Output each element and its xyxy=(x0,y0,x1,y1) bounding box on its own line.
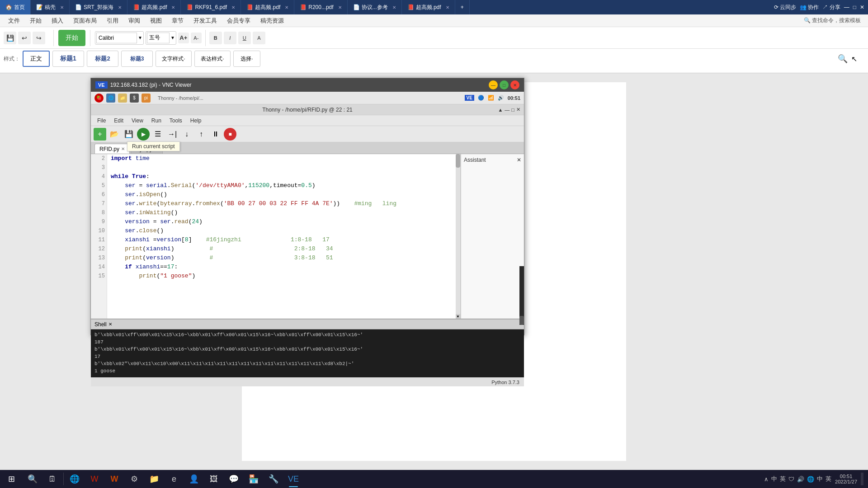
tray-expand[interactable]: ∧ xyxy=(764,476,769,483)
new-file-btn[interactable]: + xyxy=(94,128,106,141)
step-out-btn[interactable]: ↑ xyxy=(195,128,208,141)
tray-volume[interactable]: 🔊 xyxy=(797,476,804,483)
menu-resource[interactable]: 稿壳资源 xyxy=(256,16,288,26)
save-file-btn[interactable]: 💾 xyxy=(123,128,135,141)
tab-pdf3[interactable]: 📕 超高频.pdf ✕ xyxy=(241,0,294,14)
taskbar-wechat[interactable]: 💬 xyxy=(224,470,244,488)
menu-help[interactable]: Help xyxy=(187,117,205,125)
close-tab-1[interactable]: ✕ xyxy=(60,5,64,10)
taskbar-wps[interactable]: W xyxy=(85,470,104,488)
tab-new[interactable]: + xyxy=(455,0,470,14)
step-over-btn[interactable]: →| xyxy=(166,128,179,141)
search-cmd[interactable]: 🔍 查找命令，搜索模板 xyxy=(804,17,861,24)
tab-pdf1[interactable]: 📕 超高频.pdf ✕ xyxy=(127,0,181,14)
close-tab-6[interactable]: ✕ xyxy=(338,5,342,10)
folder-icon[interactable]: 📁 xyxy=(118,94,127,103)
terminal-icon[interactable]: $ xyxy=(130,94,139,103)
taskbar-tools[interactable]: 🔧 xyxy=(264,470,283,488)
vnc-close[interactable]: ✕ xyxy=(510,80,519,89)
tray-ime[interactable]: 英 xyxy=(780,475,786,483)
close-tab-5[interactable]: ✕ xyxy=(285,5,288,10)
menu-file[interactable]: File xyxy=(94,117,109,125)
shell-output[interactable]: b'\xbb\x01\xff\x00\x01\x15\x16~\xbb\x01\… xyxy=(91,329,524,377)
code-text[interactable]: import time while True: ser = serial.Ser… xyxy=(107,154,456,319)
tab-pdf5[interactable]: 📕 超高频.pdf ✕ xyxy=(402,0,455,14)
italic-btn[interactable]: I xyxy=(224,32,236,44)
tab-gaoke[interactable]: 📝 稿壳 ✕ xyxy=(31,0,70,14)
underline-btn[interactable]: U xyxy=(238,32,251,44)
taskbar-vnc[interactable]: VE xyxy=(283,470,303,488)
style-h2[interactable]: 标题2 xyxy=(87,51,118,67)
tab-pdf4[interactable]: 📕 R200...pdf ✕ xyxy=(294,0,347,14)
style-h1[interactable]: 标题1 xyxy=(52,51,84,67)
close-assistant[interactable]: ✕ xyxy=(517,157,521,163)
maximize-app[interactable]: □ xyxy=(853,4,856,10)
menu-start[interactable]: 开始 xyxy=(25,16,46,26)
taskbar-edge2[interactable]: e xyxy=(164,470,184,488)
menu-run[interactable]: Run xyxy=(148,117,165,125)
menu-layout[interactable]: 页面布局 xyxy=(69,16,101,26)
strikethrough-btn[interactable]: A xyxy=(253,32,265,44)
sync-btn[interactable]: ⟳ 云同步 xyxy=(774,4,796,11)
vnc-minimize[interactable]: — xyxy=(489,80,498,89)
taskbar-files[interactable]: 📁 xyxy=(144,470,164,488)
font-size-dropdown-icon[interactable]: ▼ xyxy=(170,35,175,40)
cursor-btn[interactable]: ↖ xyxy=(851,55,857,63)
pi-folder-icon[interactable]: pi xyxy=(142,94,151,103)
taskbar-photos[interactable]: 🖼 xyxy=(204,470,224,488)
start-button[interactable]: ⊞ xyxy=(0,470,23,488)
open-file-btn[interactable]: 📂 xyxy=(108,128,121,141)
step-into-btn[interactable]: ↓ xyxy=(180,128,193,141)
menu-dev[interactable]: 开发工具 xyxy=(189,16,222,26)
close-app[interactable]: ✕ xyxy=(860,4,864,10)
tab-srt[interactable]: 📄 SRT_郭振海 ✕ xyxy=(70,0,127,14)
close-tab-3[interactable]: ✕ xyxy=(171,5,175,10)
style-select[interactable]: 选择· xyxy=(233,51,260,67)
thonny-close[interactable]: ✕ xyxy=(516,107,520,113)
taskbar-settings[interactable]: ⚙ xyxy=(124,470,144,488)
menu-insert[interactable]: 插入 xyxy=(47,16,68,26)
menu-tools[interactable]: Tools xyxy=(166,117,186,125)
menu-view[interactable]: 视图 xyxy=(146,16,166,26)
font-increase[interactable]: A+ xyxy=(178,33,189,43)
menu-section[interactable]: 章节 xyxy=(167,16,188,26)
undo[interactable]: ↩ xyxy=(18,32,31,44)
style-h3[interactable]: 标题3 xyxy=(121,51,153,67)
tab-pdf2[interactable]: 📕 RKF91_6.pdf ✕ xyxy=(181,0,241,14)
taskbar-edge[interactable]: 🌐 xyxy=(65,470,85,488)
style-normal[interactable]: 正文 xyxy=(23,51,50,67)
font-decrease[interactable]: A- xyxy=(191,33,202,43)
menu-file[interactable]: 文件 xyxy=(4,16,24,26)
debug-btn[interactable]: ☰ xyxy=(151,128,164,141)
menu-edit[interactable]: Edit xyxy=(110,117,127,125)
style-express[interactable]: 表达样式· xyxy=(194,51,231,67)
taskbar-widgets[interactable]: 🗓 xyxy=(42,470,62,488)
menu-ref[interactable]: 引用 xyxy=(102,16,123,26)
collab-btn[interactable]: 👥 协作 xyxy=(800,4,819,11)
font-dropdown-icon[interactable]: ▼ xyxy=(138,35,142,40)
tab-rfid[interactable]: RFID.py ✕ xyxy=(94,144,130,154)
close-tab-rfid[interactable]: ✕ xyxy=(121,146,125,151)
quick-save[interactable]: 💾 xyxy=(4,32,16,44)
style-text[interactable]: 文字样式· xyxy=(156,51,192,67)
close-tab-7[interactable]: ✕ xyxy=(392,5,396,10)
minimize-app[interactable]: — xyxy=(844,4,849,10)
close-tab-2[interactable]: ✕ xyxy=(118,5,122,10)
close-tab-4[interactable]: ✕ xyxy=(231,5,235,10)
resume-btn[interactable]: ⏸ xyxy=(209,128,222,141)
taskbar-search[interactable]: 🔍 xyxy=(23,470,42,488)
taskbar-wps2[interactable]: W xyxy=(104,470,124,488)
taskbar-appstore[interactable]: 🏪 xyxy=(244,470,264,488)
show-desktop[interactable] xyxy=(861,473,863,485)
close-tab-8[interactable]: ✕ xyxy=(446,5,449,10)
font-family-input[interactable] xyxy=(96,33,137,43)
run-script-btn[interactable]: ▶ xyxy=(137,128,150,141)
tab-home[interactable]: 🏠 首页 xyxy=(0,0,31,14)
shell-scrollbar[interactable] xyxy=(519,266,524,325)
thonny-arrow-up[interactable]: ▲ xyxy=(498,107,503,113)
thonny-maximize[interactable]: □ xyxy=(511,107,514,113)
search-btn[interactable]: 🔍 xyxy=(838,54,848,64)
taskbar-user[interactable]: 👤 xyxy=(184,470,204,488)
menu-review[interactable]: 审阅 xyxy=(124,16,145,26)
tab-ref[interactable]: 📄 协议...参考 ✕ xyxy=(348,0,402,14)
